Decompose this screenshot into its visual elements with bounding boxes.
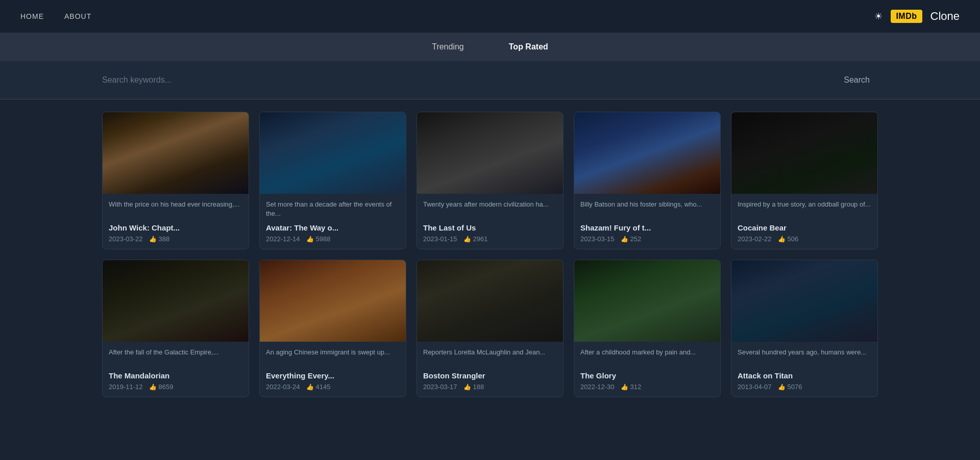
like-icon-8: 👍: [463, 384, 471, 391]
movie-description-9: After a childhood marked by pain and...: [580, 348, 714, 367]
like-icon-9: 👍: [621, 384, 628, 391]
movie-card-10[interactable]: Several hundred years ago, humans were..…: [731, 260, 878, 397]
movie-likes-9: 👍 312: [621, 383, 642, 391]
like-count-3: 2961: [473, 235, 488, 243]
movie-meta-8: 2023-03-17 👍 188: [423, 383, 557, 391]
movie-card-2[interactable]: Set more than a decade after the events …: [259, 112, 406, 249]
movie-thumbnail-1: [103, 112, 249, 194]
like-count-4: 252: [630, 235, 642, 243]
nav-links: HOME ABOUT: [20, 12, 91, 20]
movie-title-5: Cocaine Bear: [738, 223, 871, 232]
like-count-5: 506: [788, 235, 799, 243]
movie-likes-3: 👍 2961: [463, 235, 488, 243]
movie-likes-1: 👍 388: [149, 235, 170, 243]
like-count-1: 388: [159, 235, 170, 243]
like-count-10: 5076: [788, 383, 802, 391]
movie-meta-1: 2023-03-22 👍 388: [109, 235, 242, 243]
movie-description-6: After the fall of the Galactic Empire,..…: [109, 348, 242, 367]
movie-info-5: Inspired by a true story, an oddball gro…: [731, 194, 877, 249]
movie-card-4[interactable]: Billy Batson and his foster siblings, wh…: [574, 112, 721, 249]
like-icon-2: 👍: [306, 236, 314, 243]
movie-description-7: An aging Chinese immigrant is swept up..…: [266, 348, 400, 367]
search-input[interactable]: [102, 71, 836, 89]
movie-date-10: 2013-04-07: [738, 383, 772, 391]
movie-card-6[interactable]: After the fall of the Galactic Empire,..…: [102, 260, 249, 397]
movie-meta-2: 2022-12-14 👍 5988: [266, 235, 400, 243]
movie-description-5: Inspired by a true story, an oddball gro…: [738, 200, 871, 219]
movie-title-2: Avatar: The Way o...: [266, 223, 400, 232]
movie-info-6: After the fall of the Galactic Empire,..…: [103, 342, 249, 397]
movie-thumbnail-2: [260, 112, 406, 194]
movie-date-2: 2022-12-14: [266, 235, 300, 243]
movie-card-7[interactable]: An aging Chinese immigrant is swept up..…: [259, 260, 406, 397]
movie-meta-3: 2023-01-15 👍 2961: [423, 235, 557, 243]
like-icon-3: 👍: [463, 236, 471, 243]
movie-card-8[interactable]: Reporters Loretta McLaughlin and Jean...…: [416, 260, 564, 397]
movie-title-8: Boston Strangler: [423, 371, 557, 380]
like-icon-4: 👍: [621, 236, 628, 243]
movie-date-1: 2023-03-22: [109, 235, 143, 243]
subnav-trending[interactable]: Trending: [430, 38, 466, 56]
movie-thumbnail-8: [417, 260, 563, 342]
movie-card-3[interactable]: Twenty years after modern civilization h…: [416, 112, 564, 249]
movie-info-4: Billy Batson and his foster siblings, wh…: [574, 194, 720, 249]
movie-likes-8: 👍 188: [463, 383, 484, 391]
movie-info-1: With the price on his head ever increasi…: [103, 194, 249, 249]
like-icon-10: 👍: [778, 384, 786, 391]
movie-info-9: After a childhood marked by pain and... …: [574, 342, 720, 397]
movie-likes-4: 👍 252: [621, 235, 642, 243]
like-icon-6: 👍: [149, 384, 157, 391]
search-section: Search: [0, 61, 980, 99]
movie-date-5: 2023-02-22: [738, 235, 772, 243]
like-icon-5: 👍: [778, 236, 786, 243]
movie-title-9: The Glory: [580, 371, 714, 380]
movie-meta-9: 2022-12-30 👍 312: [580, 383, 714, 391]
nav-home[interactable]: HOME: [20, 12, 44, 20]
header-right: ☀ IMDb Clone: [874, 10, 960, 23]
movie-date-4: 2023-03-15: [580, 235, 615, 243]
movie-meta-7: 2022-03-24 👍 4145: [266, 383, 400, 391]
movie-meta-5: 2023-02-22 👍 506: [738, 235, 871, 243]
like-count-6: 8659: [159, 383, 174, 391]
movie-card-1[interactable]: With the price on his head ever increasi…: [102, 112, 249, 249]
movie-description-3: Twenty years after modern civilization h…: [423, 200, 557, 219]
movie-date-3: 2023-01-15: [423, 235, 457, 243]
nav-about[interactable]: ABOUT: [64, 12, 91, 20]
movie-info-8: Reporters Loretta McLaughlin and Jean...…: [417, 342, 563, 397]
movie-description-1: With the price on his head ever increasi…: [109, 200, 242, 219]
movie-title-10: Attack on Titan: [738, 371, 871, 380]
movie-date-8: 2023-03-17: [423, 383, 457, 391]
movie-card-9[interactable]: After a childhood marked by pain and... …: [574, 260, 721, 397]
movie-info-10: Several hundred years ago, humans were..…: [731, 342, 877, 397]
like-icon-1: 👍: [149, 236, 157, 243]
movie-meta-10: 2013-04-07 👍 5076: [738, 383, 871, 391]
movie-description-4: Billy Batson and his foster siblings, wh…: [580, 200, 714, 219]
movie-likes-6: 👍 8659: [149, 383, 174, 391]
movies-grid: With the price on his head ever increasi…: [102, 112, 878, 397]
header: HOME ABOUT ☀ IMDb Clone: [0, 0, 980, 33]
movie-thumbnail-9: [574, 260, 720, 342]
movie-thumbnail-6: [103, 260, 249, 342]
movie-thumbnail-5: [731, 112, 877, 194]
movie-info-2: Set more than a decade after the events …: [260, 194, 406, 249]
movie-description-10: Several hundred years ago, humans were..…: [738, 348, 871, 367]
movie-likes-5: 👍 506: [778, 235, 799, 243]
movie-info-7: An aging Chinese immigrant is swept up..…: [260, 342, 406, 397]
movie-title-6: The Mandalorian: [109, 371, 242, 380]
subnav: Trending Top Rated: [0, 33, 980, 61]
like-icon-7: 👍: [306, 384, 314, 391]
movie-title-1: John Wick: Chapt...: [109, 223, 242, 232]
movie-description-8: Reporters Loretta McLaughlin and Jean...: [423, 348, 557, 367]
movie-card-5[interactable]: Inspired by a true story, an oddball gro…: [731, 112, 878, 249]
like-count-9: 312: [630, 383, 642, 391]
movie-title-7: Everything Every...: [266, 371, 400, 380]
clone-label: Clone: [930, 10, 960, 23]
movie-date-6: 2019-11-12: [109, 383, 143, 391]
like-count-7: 4145: [316, 383, 331, 391]
movie-description-2: Set more than a decade after the events …: [266, 200, 400, 219]
search-button[interactable]: Search: [836, 71, 878, 89]
movie-date-9: 2022-12-30: [580, 383, 615, 391]
theme-toggle-icon[interactable]: ☀: [874, 11, 883, 22]
movie-meta-4: 2023-03-15 👍 252: [580, 235, 714, 243]
subnav-top-rated[interactable]: Top Rated: [507, 38, 550, 56]
